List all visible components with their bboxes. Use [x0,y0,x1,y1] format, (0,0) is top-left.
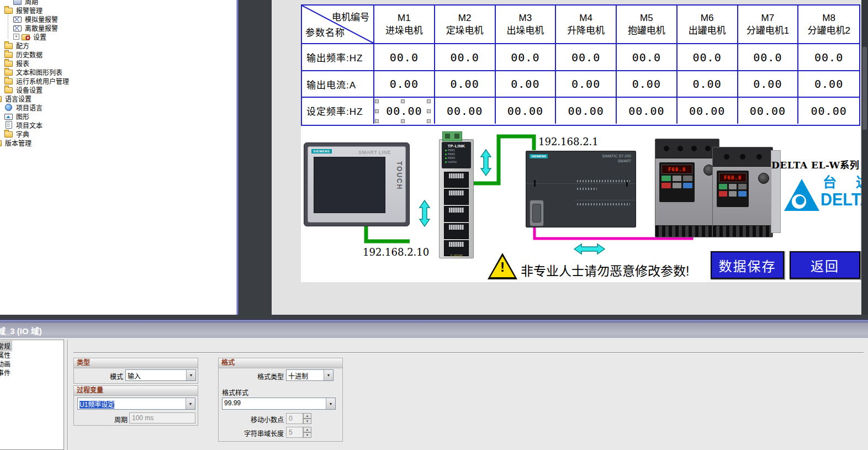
tree-item-text-graphic-list[interactable]: 文本和图形列表 [0,67,236,76]
column-header-M5: M5抱罐电机 [617,6,678,44]
type-group: 类型 模式 输入 ▼ [73,358,198,384]
mode-dropdown[interactable]: 输入 ▼ [125,369,196,381]
io-field-M4-row3[interactable]: 00.00 [556,98,617,124]
io-field-M2-row1[interactable]: 00.0 [435,44,496,71]
scrollbar-thumb[interactable] [862,47,867,130]
plc-image: SIEMENS SIMATIC S7-200 SMART [526,151,636,227]
process-variable-group: 过程变量 U1频率设定 ▼ 周期 100 ms [73,385,198,426]
tree-item-project-language[interactable]: 项目语言 [0,103,236,112]
led-label: PWR1 [448,149,455,152]
tree-item-settings[interactable]: +设置 [0,32,236,41]
io-field-M3-row3[interactable]: 00.00 [496,98,557,124]
delta-logo: 台 达 DELTA [784,170,860,221]
dropdown-arrow-icon[interactable]: ▼ [186,370,195,380]
column-header-M2: M2定垛电机 [435,6,496,44]
tree-item-user-management[interactable]: 运行系统用户管理 [0,76,236,85]
spin-down-icon[interactable]: ▼ [303,419,311,424]
io-field-M7-row3[interactable]: 00.00 [738,98,799,124]
vertical-scrollbar[interactable] [861,0,868,319]
tree-item-dictionary[interactable]: 字典 [0,129,236,138]
dropdown-arrow-icon[interactable]: ▼ [186,398,195,409]
io-field-M7-row2[interactable]: 0.00 [738,71,799,98]
shift-decimal-stepper[interactable]: ▲▼ [303,413,311,424]
tree-item-discrete-alarm[interactable]: 离散量报警 [0,23,236,32]
rj45-port [444,189,469,205]
format-type-dropdown[interactable]: 十进制 ▼ [286,369,334,381]
io-field-M2-row2[interactable]: 0.00 [435,71,496,98]
data-save-button[interactable]: 数据保存 [711,251,784,279]
selection-handle[interactable] [427,109,431,113]
tree-item-version-management[interactable]: 版本管理 [0,138,236,147]
tree-item-cycle[interactable]: 周期 [0,0,236,6]
column-header-M3: M3出垛电机 [496,6,557,44]
settings-icon [22,33,30,40]
io-field-M3-row2[interactable]: 0.00 [496,71,557,98]
plc-db9-connector [530,200,544,226]
io-field-M8-row2[interactable]: 0.00 [798,71,859,98]
io-field-M6-row3[interactable]: 00.00 [678,98,738,124]
io-field-M5-row2[interactable]: 0.00 [617,71,678,98]
updown-arrow-icon [481,150,491,176]
return-button[interactable]: 返回 [790,251,860,279]
panel-nav-属性[interactable]: 属性 [0,350,63,359]
tree-item-alarm-management[interactable]: 报警管理 [0,6,236,14]
io-field-M4-row1[interactable]: 00.0 [556,44,617,71]
panel-vertical-groove [67,340,68,450]
io-field-M5-row3[interactable]: 00.00 [617,98,678,124]
tree-item-analog-alarm[interactable]: 模拟量报警 [0,14,236,23]
vfd-display: F60.0 [719,173,747,182]
io-field-M3-row1[interactable]: 00.0 [496,44,557,71]
selection-handle[interactable] [427,99,431,103]
io-field-M1-row1[interactable]: 00.0 [374,44,435,71]
selection-handle[interactable] [375,119,379,123]
vfd-drive-image: F60.0 [655,139,719,237]
panel-nav-动画[interactable]: 动画 [0,359,63,368]
expand-icon[interactable]: + [13,34,19,40]
format-style-dropdown[interactable]: 99.99 ▼ [222,398,336,410]
string-length-label: 字符串域长度 [224,428,284,438]
tree-item-report[interactable]: 报表 [0,59,236,67]
vfd-keys [661,176,692,200]
selection-handle[interactable] [427,119,431,123]
io-field-M4-row2[interactable]: 0.00 [556,71,617,98]
dropdown-arrow-icon[interactable]: ▼ [324,370,333,380]
hmi-panel-screen [314,157,385,213]
io-field-M8-row3[interactable]: 00.00 [798,98,859,124]
properties-panel-title: 域_3 (IO 域) [0,325,42,336]
io-field-M6-row1[interactable]: 00.0 [678,44,738,71]
io-field-M5-row1[interactable]: 00.0 [617,44,678,71]
hmi-screen-canvas: 电机编号 参数名称 M1进垛电机M2定垛电机M3出垛电机M4升降电机M5抱罐电机… [272,0,861,315]
panel-nav-事件[interactable]: 事件 [0,368,63,377]
spin-up-icon[interactable]: ▲ [303,413,311,419]
device-settings-icon [4,86,13,93]
tree-item-graphics[interactable]: 图形 [0,112,236,120]
screen-white-panel: 电机编号 参数名称 M1进垛电机M2定垛电机M3出垛电机M4升降电机M5抱罐电机… [301,4,860,282]
selection-handle[interactable] [375,109,379,113]
vfd-display: F60.0 [661,165,692,174]
string-length-stepper[interactable]: ▲▼ [303,427,311,438]
vfd-drive-image: F60.0 [712,147,773,237]
io-field-M8-row1[interactable]: 00.0 [798,44,859,71]
ethernet-switch-image: TP-LINK PWR1PWR2PWR3Link/Act TL-SF1005 [439,139,474,258]
vfd-keypad: F60.0 [717,171,749,207]
panel-nav-常规[interactable]: 常规 [0,341,63,350]
tree-item-history-data[interactable]: 历史数据 [0,50,236,59]
tree-item-device-settings[interactable]: 设备设置 [0,85,236,94]
tree-item-recipe[interactable]: 配方 [0,41,236,50]
selection-handle[interactable] [401,119,405,123]
io-field-M1-row2[interactable]: 0.00 [374,71,435,98]
selection-handle[interactable] [401,99,405,103]
vfd-heatsink [713,147,772,167]
io-field-M7-row1[interactable]: 00.0 [738,44,799,71]
io-field-M6-row2[interactable]: 0.00 [678,71,738,98]
led-indicator [445,161,447,163]
spin-down-icon[interactable]: ▼ [303,432,311,438]
simatic-model-label: SIMATIC S7-200 SMART [602,154,631,164]
spin-up-icon[interactable]: ▲ [303,427,311,432]
dropdown-arrow-icon[interactable]: ▼ [326,398,335,409]
tree-item-project-text[interactable]: 项目文本 [0,120,236,129]
selection-handle[interactable] [375,99,379,103]
process-variable-dropdown[interactable]: U1频率设定 ▼ [77,398,195,410]
io-field-M2-row3[interactable]: 00.00 [435,98,496,124]
tree-item-language-settings[interactable]: 语言设置 [0,94,236,103]
